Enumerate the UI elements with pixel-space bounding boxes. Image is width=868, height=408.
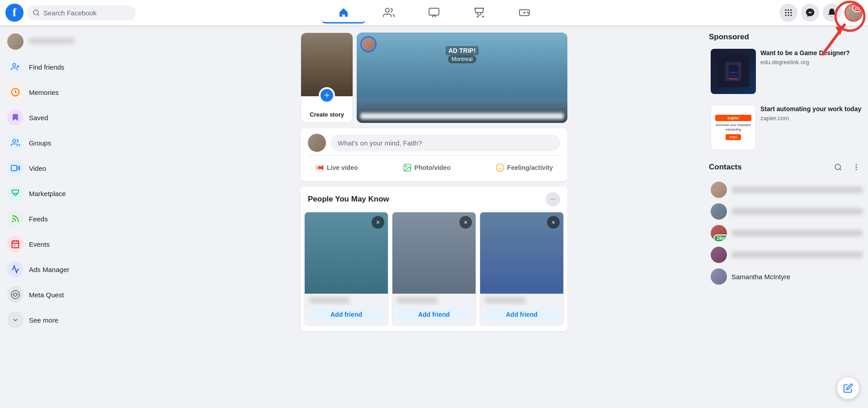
contact-item-1[interactable] [709, 179, 864, 201]
post-user-avatar [308, 134, 326, 152]
memories-icon [7, 84, 24, 100]
ad2-domain: zapier.com [760, 115, 863, 122]
story-create-bg-image [301, 33, 353, 96]
contact-item-4[interactable] [709, 244, 864, 266]
story-card-2[interactable]: AD TRIP! Montreal [357, 33, 567, 123]
contact2-name-blur [731, 208, 863, 215]
svg-point-17 [785, 14, 787, 16]
person1-name-blurred [309, 297, 350, 303]
story2-avatar-img [362, 38, 375, 51]
svg-point-9 [527, 12, 528, 12]
person3-close-button[interactable]: × [547, 216, 560, 229]
contact-item-samantha[interactable]: Samantha McIntyre [709, 266, 864, 287]
person-card-1[interactable]: × Add friend [304, 212, 388, 326]
person1-add-friend-button[interactable]: Add friend [309, 308, 383, 321]
person-card-3[interactable]: × Add friend [480, 212, 564, 326]
sponsored-label: Sponsored [709, 33, 864, 42]
sidebar-item-memories[interactable]: Memories [4, 80, 159, 105]
person2-name-blurred [397, 297, 438, 303]
svg-rect-3 [429, 8, 439, 15]
facebook-logo-icon: f [13, 6, 17, 19]
topnav-center-nav [159, 2, 709, 23]
contact2-avatar-img [711, 203, 727, 220]
svg-rect-29 [11, 165, 17, 171]
svg-point-14 [785, 12, 787, 13]
person-card-2[interactable]: × Add friend [392, 212, 476, 326]
friends-icon [383, 7, 395, 19]
feeling-activity-button[interactable]: Feeling/activity [488, 159, 560, 176]
sidebar-item-meta-quest[interactable]: Meta Quest [4, 282, 159, 307]
person2-add-friend-button[interactable]: Add friend [397, 308, 471, 321]
sidebar-item-feeds[interactable]: Feeds [4, 206, 159, 231]
ad-card-1[interactable]: Future Game Wanted! Want to be a Game De… [709, 47, 864, 96]
photo-video-label: Photo/video [415, 164, 451, 171]
find-friends-icon [7, 59, 24, 75]
nav-watch-button[interactable] [412, 2, 456, 23]
contact-item-3[interactable]: 19m [709, 222, 864, 244]
contacts-search-button[interactable] [830, 159, 846, 175]
contact1-avatar-img [711, 182, 727, 198]
feeds-icon [7, 211, 24, 227]
contacts-more-options-button[interactable] [848, 159, 864, 175]
sidebar-item-saved[interactable]: Saved [4, 105, 159, 130]
contact2-avatar [711, 203, 727, 220]
post-input-field[interactable]: What's on your mind, Faith? [330, 135, 560, 151]
svg-point-52 [856, 164, 857, 165]
video-icon [7, 160, 24, 176]
sidebar-item-ads-manager[interactable]: Ads Manager [4, 257, 159, 282]
zapier-ad-text: Automate your employee onboarding [714, 123, 753, 131]
person2-close-button[interactable]: × [459, 216, 472, 229]
home-icon [338, 7, 349, 18]
svg-point-5 [483, 16, 484, 17]
contact3-time-badge: 19m [713, 234, 727, 241]
post-box: What's on your mind, Faith? Live video [301, 128, 567, 181]
notifications-button[interactable] [823, 4, 841, 22]
person1-close-button[interactable]: × [372, 216, 384, 229]
photo-video-button[interactable]: Photo/video [396, 159, 458, 176]
story2-location: Montreal [448, 55, 476, 63]
grid-menu-button[interactable] [779, 4, 797, 22]
create-story-card[interactable]: + Create story [301, 33, 353, 123]
svg-text:Game: Game [730, 74, 736, 77]
sidebar-item-video[interactable]: Video [4, 155, 159, 181]
contacts-section: Contacts [709, 159, 864, 287]
person3-add-friend-button[interactable]: Add friend [485, 308, 559, 321]
ad-card-2[interactable]: zapier Automate your employee onboarding… [709, 103, 864, 152]
sidebar-item-find-friends[interactable]: Find friends [4, 54, 159, 80]
nav-home-button[interactable] [322, 2, 365, 23]
svg-point-41 [496, 164, 504, 172]
ads-manager-icon [7, 261, 24, 277]
contact-item-2[interactable] [709, 201, 864, 222]
svg-point-2 [385, 8, 389, 12]
sidebar-item-marketplace[interactable]: Marketplace [4, 181, 159, 206]
search-bar[interactable]: Search Facebook [27, 5, 136, 20]
svg-point-11 [785, 9, 787, 11]
sidebar-profile-item[interactable] [4, 29, 159, 54]
facebook-logo[interactable]: f [5, 4, 24, 22]
sidebar-item-see-more[interactable]: See more [4, 307, 159, 333]
live-video-button[interactable]: Live video [308, 159, 365, 176]
events-icon [7, 236, 24, 252]
person1-name [305, 294, 388, 308]
person3-name-blurred [485, 297, 525, 303]
story-plus-button[interactable]: + [319, 87, 335, 103]
topnav-left: f Search Facebook [5, 4, 159, 22]
svg-point-54 [856, 169, 857, 170]
messenger-button[interactable] [801, 4, 819, 22]
people-grid: × Add friend × Add fri [301, 212, 567, 331]
story2-avatar [360, 36, 377, 52]
svg-point-12 [788, 9, 789, 11]
person2-photo: × [392, 212, 476, 294]
meta-quest-icon [7, 286, 24, 303]
svg-text:Wanted!: Wanted! [729, 78, 737, 80]
nav-gaming-button[interactable] [503, 2, 546, 23]
compose-new-message-button[interactable] [837, 377, 859, 399]
profile-avatar-button[interactable]: 20 [844, 4, 863, 22]
people-card-more-button[interactable]: ··· [546, 192, 560, 206]
sidebar-item-groups[interactable]: Groups [4, 130, 159, 155]
nav-marketplace-button[interactable] [458, 2, 501, 23]
sidebar-item-events[interactable]: Events [4, 231, 159, 257]
sidebar-label-ads-manager: Ads Manager [29, 266, 69, 273]
nav-friends-button[interactable] [367, 2, 410, 23]
story2-name-blur [360, 113, 564, 119]
